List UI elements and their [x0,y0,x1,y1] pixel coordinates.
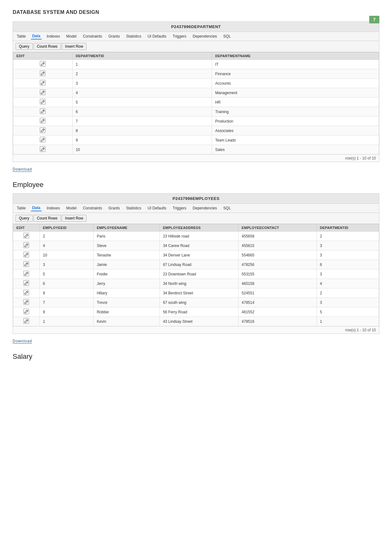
dept-insert-row-button[interactable]: Insert Row [62,43,87,50]
employee-table: EDIT EMPLOYEEID EMPLOYEENAME EMPLOYEEADD… [13,224,379,326]
emp-id-cell: 7 [39,298,93,307]
emp-address-cell: 43 Lindsay Street [160,317,238,326]
emp-id-cell: 6 [39,279,93,288]
employee-btn-bar: Query Count Rows Insert Row [13,213,379,224]
emp-address-cell: 56 Ferry Road [160,307,238,317]
emp-name-cell: Trevor [93,298,160,307]
edit-icon[interactable] [13,298,40,307]
emp-tab-indexes[interactable]: Indexes [45,205,61,211]
emp-tab-sql[interactable]: SQL [222,205,232,211]
emp-address-cell: 34 Bentinct Street [160,288,238,298]
edit-icon[interactable] [13,145,73,154]
emp-name-cell: Fredie [93,269,160,279]
emp-name-cell: Steve [93,241,160,250]
emp-dept-cell: 3 [317,298,379,307]
emp-address-cell: 23 Hillside road [160,232,238,241]
emp-tab-constraints[interactable]: Constraints [81,205,103,211]
emp-name-cell: Tenashe [93,250,160,260]
emp-tab-triggers[interactable]: Triggers [172,205,188,211]
edit-icon[interactable] [13,98,73,107]
department-table: EDIT DEPARTMENTID DEPARTMENTNAME 1 IT [13,52,379,154]
emp-col-edit: EDIT [13,224,40,232]
dept-tab-model[interactable]: Model [65,33,78,39]
table-row: 3 Jamie 67 Lindsay Road 478256 6 [13,260,379,269]
dept-query-button[interactable]: Query [15,43,33,50]
edit-icon[interactable] [13,288,40,298]
employee-tab-bar: Table Data Indexes Model Constraints Gra… [13,204,379,213]
emp-id-cell: 3 [39,260,93,269]
emp-contact-cell: 455615 [238,241,317,250]
dept-name-cell: Finnance [212,69,379,79]
emp-insert-row-button[interactable]: Insert Row [62,215,87,222]
table-row: 2 Paris 23 Hillside road 455658 2 [13,232,379,241]
emp-contact-cell: 478516 [238,317,317,326]
emp-name-cell: Robbie [93,307,160,317]
dept-count-rows-button[interactable]: Count Rows [33,43,61,50]
dept-tab-table[interactable]: Table [15,33,27,39]
emp-col-address: EMPLOYEEADDRESS [160,224,238,232]
edit-icon[interactable] [13,126,73,135]
edit-icon[interactable] [13,241,40,250]
dept-tab-grants[interactable]: Grants [107,33,121,39]
emp-address-cell: 34 Carew Road [160,241,238,250]
dept-tab-sql[interactable]: SQL [222,33,232,39]
edit-icon[interactable] [13,107,73,117]
edit-icon[interactable] [13,88,73,98]
department-tab-bar: Table Data Indexes Model Constraints Gra… [13,32,379,41]
table-row: 10 Sales [13,145,379,154]
edit-icon[interactable] [13,260,40,269]
emp-download-link[interactable]: Download [13,339,32,344]
table-row: 5 Fredie 23 Downtown Road 553155 3 [13,269,379,279]
emp-tab-data[interactable]: Data [31,205,42,211]
emp-tab-uidefaults[interactable]: UI Defaults [146,205,167,211]
dept-tab-statistics[interactable]: Statistics [125,33,142,39]
employee-heading: Employee [13,181,379,189]
dept-id-cell: 3 [72,79,212,88]
emp-address-cell: 34 Denver Lane [160,250,238,260]
table-row: 7 Trevor 67 south wing 478514 3 [13,298,379,307]
emp-count-rows-button[interactable]: Count Rows [33,215,61,222]
edit-icon[interactable] [13,117,73,126]
emp-row-summary: row(s) 1 - 10 of 10 [13,326,379,334]
dept-name-cell: Production [212,117,379,126]
dept-tab-uidefaults[interactable]: UI Defaults [146,33,167,39]
edit-icon[interactable] [13,317,40,326]
edit-icon[interactable] [13,250,40,260]
dept-id-cell: 6 [72,107,212,117]
emp-contact-cell: 524551 [238,288,317,298]
emp-dept-cell: 2 [317,232,379,241]
emp-contact-cell: 553155 [238,269,317,279]
dept-tab-data[interactable]: Data [31,33,42,39]
emp-tab-table[interactable]: Table [15,205,27,211]
emp-name-cell: Jerry [93,279,160,288]
dept-download-link[interactable]: Download [13,167,32,172]
emp-address-cell: 23 Downtown Road [160,269,238,279]
edit-icon[interactable] [13,69,73,79]
employee-panel-header: P2437996EMPLOYEES [13,194,379,204]
dept-col-name: DEPARTMENTNAME [212,52,379,60]
edit-icon[interactable] [13,60,73,69]
emp-query-button[interactable]: Query [15,215,33,222]
main-title: DATABASE SYSTEM AND DESIGN [13,9,379,15]
emp-tab-dependencies[interactable]: Dependencies [191,205,218,211]
emp-id-cell: 9 [39,307,93,317]
edit-icon[interactable] [13,79,73,88]
emp-tab-statistics[interactable]: Statistics [125,205,142,211]
emp-contact-cell: 554665 [238,250,317,260]
edit-icon[interactable] [13,232,40,241]
dept-tab-indexes[interactable]: Indexes [45,33,61,39]
dept-name-cell: Management [212,88,379,98]
edit-icon[interactable] [13,269,40,279]
edit-icon[interactable] [13,135,73,145]
emp-tab-model[interactable]: Model [65,205,78,211]
dept-tab-triggers[interactable]: Triggers [172,33,188,39]
emp-dept-cell: 6 [317,260,379,269]
emp-contact-cell: 455658 [238,232,317,241]
dept-name-cell: IT [212,60,379,69]
dept-tab-dependencies[interactable]: Dependencies [191,33,218,39]
emp-tab-grants[interactable]: Grants [107,205,121,211]
edit-icon[interactable] [13,307,40,317]
table-row: 9 Robbie 56 Ferry Road 481552 5 [13,307,379,317]
edit-icon[interactable] [13,279,40,288]
dept-tab-constraints[interactable]: Constraints [81,33,103,39]
